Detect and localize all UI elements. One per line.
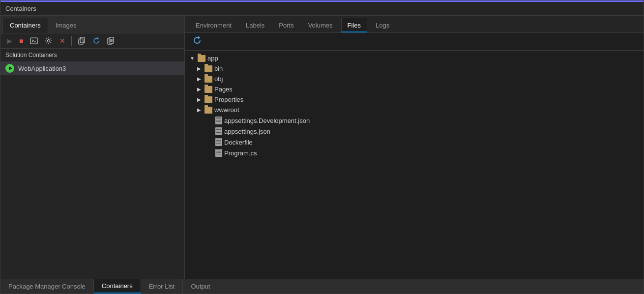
bottom-tab-containers[interactable]: Containers (94, 279, 141, 294)
refresh-left-button[interactable] (90, 35, 103, 46)
label-program-cs: Program.cs (224, 149, 257, 157)
label-wwwroot: wwwroot (214, 106, 239, 114)
tree-item-appsettings[interactable]: appsettings.json (185, 126, 644, 137)
svg-rect-4 (79, 39, 83, 44)
label-obj: obj (214, 75, 223, 83)
container-list: WebApplication3 (0, 61, 184, 279)
folder-icon-obj (205, 76, 212, 83)
tab-labels[interactable]: Labels (240, 18, 270, 32)
file-icon-appsettings (215, 127, 222, 135)
left-tab-bar: Containers Images (0, 16, 184, 33)
label-properties: Properties (214, 96, 243, 103)
separator-1 (71, 36, 72, 46)
title-bar: Containers (0, 0, 644, 16)
main-window: Containers Containers Images ▶ ■ (0, 0, 644, 294)
right-tab-bar: Environment Labels Ports Volumes Files L… (185, 16, 644, 33)
tree-item-wwwroot[interactable]: ▶ wwwroot (185, 105, 644, 115)
tab-environment[interactable]: Environment (190, 18, 237, 32)
label-app: app (207, 55, 218, 62)
copy-button[interactable] (75, 35, 88, 46)
left-toolbar: ▶ ■ ✕ (0, 33, 184, 49)
arrow-obj: ▶ (196, 76, 203, 82)
files-refresh-button[interactable] (190, 35, 205, 48)
container-item[interactable]: WebApplication3 (0, 61, 184, 75)
file-tree: ▼ app ▶ bin ▶ obj ▶ (185, 51, 644, 279)
terminal-button[interactable] (28, 35, 40, 46)
svg-rect-3 (80, 37, 85, 43)
label-dockerfile: Dockerfile (224, 139, 253, 146)
tree-item-app[interactable]: ▼ app (185, 53, 644, 63)
tree-item-properties[interactable]: ▶ Properties (185, 94, 644, 105)
arrow-app: ▼ (189, 56, 196, 61)
tree-item-appsettings-dev[interactable]: appsettings.Development.json (185, 115, 644, 126)
left-panel: Containers Images ▶ ■ (0, 16, 185, 279)
folder-icon-pages (205, 86, 212, 93)
tree-item-program-cs[interactable]: Program.cs (185, 147, 644, 158)
file-icon-dockerfile (215, 138, 222, 146)
delete-button[interactable]: ✕ (57, 35, 68, 46)
tab-images[interactable]: Images (48, 18, 84, 33)
tab-ports[interactable]: Ports (273, 18, 299, 32)
section-label: Solution Containers (0, 49, 184, 61)
tab-logs[interactable]: Logs (370, 18, 395, 32)
right-toolbar (185, 33, 644, 51)
folder-icon-bin (205, 65, 212, 72)
tab-volumes[interactable]: Volumes (302, 18, 339, 32)
arrow-pages: ▶ (196, 87, 203, 92)
start-button[interactable]: ▶ (4, 35, 15, 46)
file-icon-appsettings-dev (215, 117, 222, 124)
right-panel: Environment Labels Ports Volumes Files L… (185, 16, 644, 279)
tree-item-dockerfile[interactable]: Dockerfile (185, 137, 644, 147)
label-appsettings-dev: appsettings.Development.json (224, 117, 310, 124)
container-name: WebApplication3 (18, 65, 66, 72)
label-pages: Pages (214, 86, 233, 93)
bottom-tab-output[interactable]: Output (183, 279, 218, 294)
tree-item-obj[interactable]: ▶ obj (185, 74, 644, 84)
arrow-wwwroot: ▶ (196, 107, 203, 113)
main-content: Containers Images ▶ ■ (0, 16, 644, 279)
bottom-tab-error-list[interactable]: Error List (141, 279, 183, 294)
tree-item-pages[interactable]: ▶ Pages (185, 84, 644, 94)
bottom-tab-package-manager[interactable]: Package Manager Console (0, 279, 94, 294)
folder-icon-wwwroot (205, 107, 212, 114)
paste-button[interactable] (105, 35, 117, 46)
running-status-icon (5, 64, 14, 73)
tab-files[interactable]: Files (341, 18, 367, 32)
file-icon-program-cs (215, 149, 222, 157)
svg-point-2 (48, 40, 50, 42)
arrow-bin: ▶ (196, 66, 203, 71)
window-title: Containers (5, 5, 36, 12)
label-appsettings: appsettings.json (224, 128, 270, 135)
settings-button[interactable] (42, 35, 55, 46)
folder-icon-app (198, 55, 205, 62)
bottom-tab-bar: Package Manager Console Containers Error… (0, 279, 644, 294)
stop-button[interactable]: ■ (17, 35, 26, 46)
tree-item-bin[interactable]: ▶ bin (185, 63, 644, 74)
arrow-properties: ▶ (196, 97, 203, 102)
label-bin: bin (214, 65, 223, 72)
folder-icon-properties (205, 96, 212, 103)
tab-containers[interactable]: Containers (2, 18, 48, 33)
